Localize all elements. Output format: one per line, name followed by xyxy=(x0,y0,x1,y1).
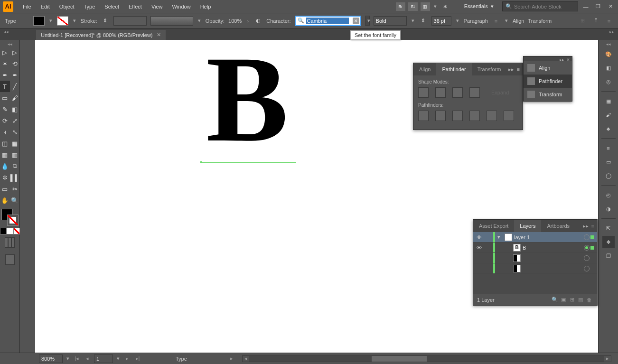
curvature-tool[interactable]: ✒ xyxy=(10,69,20,81)
flyout-transform[interactable]: Transform xyxy=(524,88,572,101)
selection-indicator[interactable] xyxy=(590,246,594,250)
layer-row[interactable] xyxy=(473,253,597,263)
fill-stroke-control[interactable] xyxy=(1,209,19,226)
flyout-pathfinder[interactable]: Pathfinder xyxy=(524,75,572,88)
paragraph-label[interactable]: Paragraph xyxy=(464,18,488,24)
tab-close-icon[interactable]: ✕ xyxy=(157,32,161,38)
horizontal-scrollbar[interactable]: ◂ ▸ xyxy=(242,355,611,362)
clipping-mask-icon[interactable]: ▣ xyxy=(559,297,568,303)
rectangle-tool[interactable]: ▭ xyxy=(0,92,10,103)
menu-window[interactable]: Window xyxy=(168,4,196,9)
disclosure-toggle[interactable]: ▾ xyxy=(495,234,503,240)
swatches-panel-icon[interactable]: ▦ xyxy=(602,95,615,107)
selection-tool[interactable]: ▷ xyxy=(0,47,10,58)
gradient-tool[interactable]: ▥ xyxy=(10,149,20,160)
arrange-docs-caret[interactable]: ▾ xyxy=(433,3,438,9)
visibility-toggle[interactable]: 👁 xyxy=(473,245,485,251)
menu-effect[interactable]: Effect xyxy=(124,4,147,9)
workspace-switcher[interactable]: Essentials ▾ xyxy=(459,2,499,11)
lasso-tool[interactable]: ⟲ xyxy=(10,58,20,69)
rotate-tool[interactable]: ⟳ xyxy=(0,115,10,126)
paintbrush-tool[interactable]: 🖌 xyxy=(10,92,20,103)
layer-row[interactable] xyxy=(473,263,597,274)
align-link[interactable]: Align xyxy=(513,18,524,24)
color-panel-icon[interactable]: 🎨 xyxy=(602,48,615,60)
gradient-panel-icon[interactable]: ▭ xyxy=(602,156,615,168)
graphic-styles-panel-icon[interactable]: ◑ xyxy=(602,203,615,215)
zoom-field[interactable]: 800% xyxy=(39,355,63,363)
layer-name[interactable]: layer 1 xyxy=(514,234,584,240)
menu-type[interactable]: Type xyxy=(79,4,100,9)
right-dock-expand[interactable]: ◂◂ xyxy=(599,42,618,47)
tab-transform[interactable]: Transform xyxy=(472,63,507,75)
target-icon[interactable] xyxy=(584,234,590,240)
asset-export-panel-icon[interactable]: ⇱ xyxy=(602,222,615,234)
screen-mode-button[interactable] xyxy=(3,254,17,265)
first-artboard-button[interactable]: |◂ xyxy=(73,355,81,363)
artboards-panel-icon[interactable]: ❐ xyxy=(602,250,615,262)
selection-indicator[interactable] xyxy=(590,267,594,271)
outline-button[interactable] xyxy=(487,111,497,121)
flyout-close-icon[interactable]: ✕ xyxy=(566,57,570,60)
graph-tool[interactable]: ▌▌ xyxy=(10,172,20,183)
minus-back-button[interactable] xyxy=(504,111,514,121)
menu-select[interactable]: Select xyxy=(100,4,124,9)
unite-button[interactable] xyxy=(418,87,429,98)
layers-panel-icon[interactable]: ❖ xyxy=(602,236,615,248)
brushes-panel-icon[interactable]: 🖌 xyxy=(602,109,615,121)
slice-tool[interactable]: ✂ xyxy=(10,183,20,195)
tab-layers[interactable]: Layers xyxy=(514,220,541,232)
stock-icon[interactable]: St xyxy=(408,2,418,11)
visibility-toggle[interactable]: 👁 xyxy=(473,234,485,240)
perspective-tool[interactable]: ▦ xyxy=(10,138,20,149)
stroke-dropdown[interactable]: ▾ xyxy=(72,18,77,24)
type-anchor[interactable] xyxy=(200,161,202,163)
opacity-caret[interactable]: › xyxy=(245,18,250,24)
stroke-weight-stepper[interactable]: ⇕ xyxy=(101,17,110,25)
font-family-input[interactable] xyxy=(306,18,349,24)
minus-front-button[interactable] xyxy=(435,87,446,98)
eraser-tool[interactable]: ◧ xyxy=(10,103,20,115)
tab-artboards[interactable]: Artboards xyxy=(541,220,575,232)
crop-button[interactable] xyxy=(469,111,480,121)
delete-layer-icon[interactable]: 🗑 xyxy=(585,297,593,303)
font-style-caret[interactable]: ▾ xyxy=(411,18,415,24)
layers-collapse-icon[interactable]: ▸▸ xyxy=(583,223,589,229)
selection-indicator[interactable] xyxy=(590,256,594,260)
bridge-icon[interactable]: Br xyxy=(396,2,405,11)
target-icon[interactable] xyxy=(584,255,590,261)
scale-tool[interactable]: ⤢ xyxy=(10,115,20,126)
transform-link[interactable]: Transform xyxy=(528,18,552,24)
recolor-icon[interactable]: ◐ xyxy=(254,17,262,25)
opacity-value[interactable]: 100% xyxy=(228,18,242,24)
symbol-sprayer-tool[interactable]: ✲ xyxy=(0,172,10,183)
arrange-docs-icon[interactable]: ▥ xyxy=(421,2,430,11)
isolate-icon[interactable]: ⊞ xyxy=(578,17,587,25)
next-artboard-button[interactable]: ▸ xyxy=(123,355,131,363)
appearance-panel-icon[interactable]: ◴ xyxy=(602,189,615,201)
menu-edit[interactable]: Edit xyxy=(36,4,55,9)
divide-button[interactable] xyxy=(418,111,429,121)
tab-pathfinder[interactable]: Pathfinder xyxy=(436,63,471,75)
font-size-stepper[interactable]: ⇕ xyxy=(419,17,428,25)
hscroll-thumb[interactable] xyxy=(372,356,427,362)
flyout-collapse-icon[interactable]: ▸▸ xyxy=(560,57,564,60)
panel-collapse-icon[interactable]: ▸▸ xyxy=(508,66,514,73)
direct-selection-tool[interactable]: ▷ xyxy=(10,47,20,58)
menu-file[interactable]: File xyxy=(18,4,36,9)
mesh-tool[interactable]: ▦ xyxy=(0,149,10,160)
menu-help[interactable]: Help xyxy=(196,4,216,9)
artboard-number-field[interactable]: 1 xyxy=(94,355,113,363)
stroke-weight-field[interactable] xyxy=(113,16,147,26)
character-label[interactable]: Character: xyxy=(266,18,290,24)
font-size-field[interactable]: 36 pt xyxy=(431,16,451,26)
left-panel-expand[interactable]: ◂◂ xyxy=(2,29,10,34)
artboard-caret[interactable]: ▾ xyxy=(116,355,121,362)
target-icon[interactable] xyxy=(584,266,590,271)
stock-search[interactable]: 🔍Search Adobe Stock xyxy=(502,1,578,11)
minimize-button[interactable]: — xyxy=(581,3,590,10)
stroke-panel-icon[interactable]: ≡ xyxy=(602,142,615,154)
flyout-align[interactable]: Align xyxy=(524,61,572,75)
shape-builder-tool[interactable]: ◫ xyxy=(0,138,10,149)
right-panel-expand[interactable]: ▸▸ xyxy=(608,29,616,34)
